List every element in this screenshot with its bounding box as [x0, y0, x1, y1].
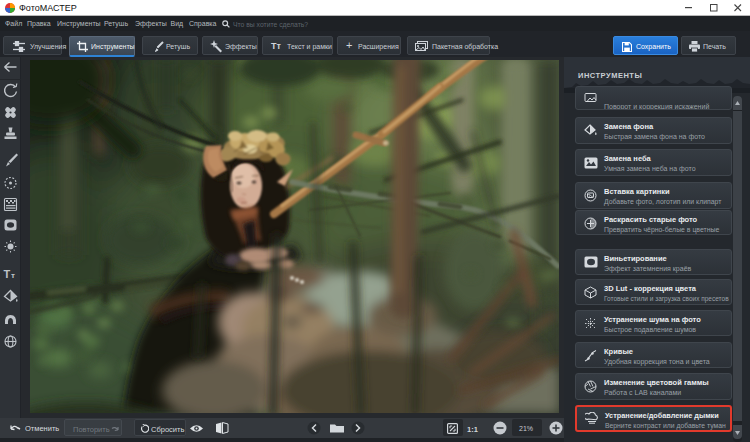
- svg-text:т: т: [11, 271, 15, 280]
- svg-text:T: T: [4, 268, 11, 280]
